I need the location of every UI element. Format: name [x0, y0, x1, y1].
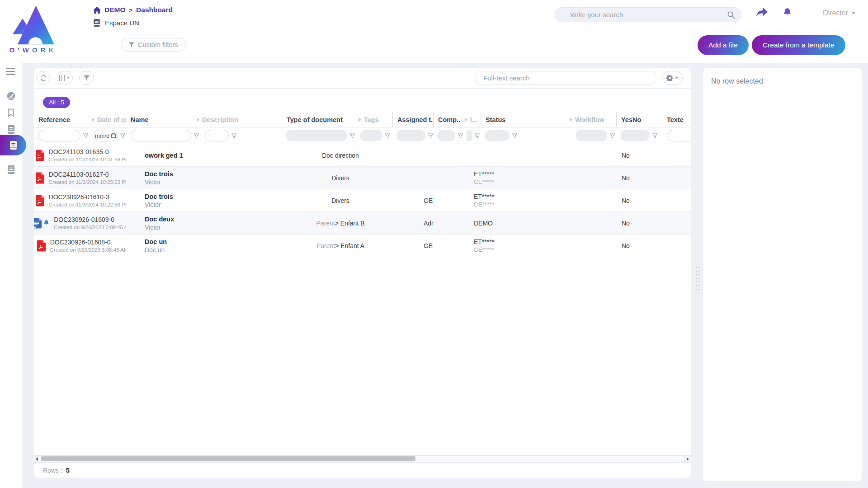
columns-button[interactable] [57, 71, 73, 85]
all-count-badge[interactable]: All : 5 [43, 97, 70, 108]
filter-disabled-yesno [621, 130, 650, 141]
filter-input-reference[interactable] [38, 130, 80, 141]
fulltext-search-input[interactable] [475, 71, 656, 84]
sidebar-item-dashboard[interactable] [0, 88, 22, 103]
cell-assigned: Admin [392, 212, 433, 234]
menu-hamburger-icon[interactable] [6, 68, 15, 77]
refresh-button[interactable] [36, 71, 50, 85]
filter-funnel-icon [83, 75, 90, 81]
top-bar: O'WORK DEMO > Dashboard Espace UN [0, 0, 868, 63]
filter-funnel-icon[interactable] [120, 133, 126, 139]
cell-type: Parent > Enfant B [282, 212, 392, 234]
notifications-bell-icon[interactable] [782, 7, 793, 18]
filter-funnel-icon[interactable] [474, 133, 480, 139]
filter-cell-assigned_to [392, 127, 433, 144]
horizontal-scrollbar[interactable] [34, 455, 691, 462]
created-date: Created on 11/3/2024 10:22:56 PM [49, 202, 126, 207]
add-file-button[interactable]: Add a file [698, 35, 749, 55]
expand-column-icon[interactable] [465, 117, 467, 122]
create-from-template-button[interactable]: Create from a template [752, 35, 845, 55]
table-row[interactable]: DOC230926-01608-0Created on 9/26/2023 3:… [34, 235, 691, 257]
home-icon[interactable] [93, 7, 101, 14]
scroll-left-button[interactable] [34, 456, 40, 462]
created-date: Created on 9/26/2023 3:08:43 AM [50, 247, 126, 253]
filter-input-texte[interactable] [667, 130, 691, 141]
document-name: Doc un [145, 238, 282, 245]
column-header-date_of_creation[interactable]: Date of cr... [87, 112, 126, 127]
filter-input-description[interactable] [205, 130, 229, 141]
filter-button[interactable] [79, 71, 94, 85]
column-header-assigned_to[interactable]: Assigned t... [392, 112, 433, 127]
table-row[interactable]: DOC230926-01609-0Created on 9/26/2023 3:… [34, 212, 691, 235]
breadcrumb-root[interactable]: DEMO [104, 6, 126, 14]
cell-type: Divers [282, 167, 392, 189]
scroll-right-button[interactable] [684, 456, 691, 462]
mountain-logo-icon [9, 4, 57, 45]
breadcrumb-current[interactable]: Dashboard [136, 6, 173, 14]
filter-funnel-icon[interactable] [385, 133, 391, 139]
cell-name: Doc troisVictor [126, 167, 282, 189]
reference-id: DOC230926-01608-0 [50, 239, 126, 246]
user-menu[interactable]: Director [823, 9, 855, 17]
scrollbar-thumb[interactable] [41, 456, 415, 461]
cell-company: DEMO [433, 212, 481, 234]
expand-column-icon[interactable] [359, 117, 361, 122]
cell-assigned [392, 144, 433, 166]
column-header-yesno[interactable]: YesNo [616, 112, 662, 127]
filter-input-name[interactable] [131, 130, 191, 141]
table-settings-button[interactable] [662, 71, 683, 85]
cell-texte [662, 167, 691, 189]
column-header-type_of_document[interactable]: Type of document [282, 112, 354, 127]
column-header-workflow[interactable]: Workflow [565, 112, 616, 127]
company-code-sub: CE***** [474, 201, 481, 208]
table-row[interactable]: DOC230926-01610-3Created on 11/3/2024 10… [34, 189, 691, 212]
filter-funnel-icon[interactable] [652, 133, 658, 139]
column-header-description[interactable]: Description [192, 112, 282, 127]
cell-yesno: No [616, 212, 662, 234]
filter-funnel-icon[interactable] [231, 133, 237, 139]
type-label: > Enfant B [335, 220, 365, 227]
custom-filters-button[interactable]: Custom filters [121, 38, 186, 52]
no-row-selected-text: No row selected [703, 68, 862, 85]
column-header-texte[interactable]: Texte [662, 112, 691, 127]
expand-column-icon[interactable] [92, 117, 94, 122]
cell-texte [662, 212, 691, 234]
filter-funnel-icon[interactable] [609, 133, 615, 139]
column-header-status[interactable]: Status [481, 112, 565, 127]
filter-funnel-icon[interactable] [512, 133, 518, 139]
expand-column-icon[interactable] [570, 117, 572, 122]
calendar-icon[interactable] [111, 133, 116, 138]
bookmark-icon [7, 108, 14, 117]
breadcrumb: DEMO > Dashboard Espace UN [93, 5, 173, 27]
type-label: Doc direction [322, 152, 359, 159]
cell-reference: DOC230926-01608-0Created on 9/26/2023 3:… [34, 235, 126, 257]
cell-type: Divers [282, 189, 392, 211]
global-search-input[interactable] [555, 11, 727, 19]
share-icon[interactable] [756, 7, 768, 18]
expand-column-icon[interactable] [197, 117, 199, 122]
filter-date-input-date_of_creation[interactable]: mm/d [94, 130, 118, 141]
sidebar-item-bookmarks[interactable] [0, 105, 22, 120]
column-header-company[interactable]: Comp... [433, 112, 460, 127]
search-icon[interactable] [727, 11, 735, 19]
created-date: Created on 9/26/2023 3:09:45 AM [54, 225, 126, 230]
sidebar-item-library-2[interactable] [0, 162, 22, 177]
column-header-i[interactable]: I... [460, 112, 481, 127]
column-header-tags[interactable]: Tags [354, 112, 392, 127]
cell-company: ET*****CE***** [433, 235, 481, 257]
space-book-icon [93, 19, 100, 27]
app-logo[interactable]: O'WORK [6, 4, 60, 54]
column-header-reference[interactable]: Reference [34, 112, 87, 127]
cell-texte [662, 189, 691, 211]
company-code: DEMO [474, 220, 481, 227]
columns-icon [59, 75, 65, 81]
sidebar-item-documents-active[interactable] [0, 135, 26, 155]
column-header-name[interactable]: Name [126, 112, 192, 127]
panel-resize-handle[interactable] [695, 266, 700, 292]
filter-cell-description [192, 127, 282, 144]
reference-id: DOC241103-01627-0 [49, 171, 126, 178]
space-name: Espace UN [105, 19, 139, 27]
table-row[interactable]: DOC241103-01635-0Created on 11/3/2024 10… [34, 144, 691, 167]
table-row[interactable]: DOC241103-01627-0Created on 11/3/2024 10… [34, 167, 691, 189]
rows-label: Rows : [43, 467, 62, 474]
